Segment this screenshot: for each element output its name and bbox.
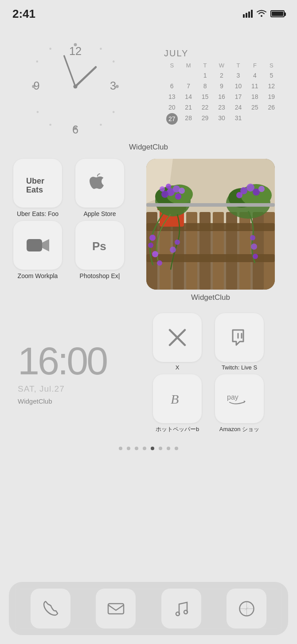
photoshop-icon[interactable]: Ps (75, 221, 124, 270)
page-dot-3[interactable] (135, 447, 138, 450)
svg-line-21 (75, 67, 96, 86)
app-item-amazon-pay[interactable]: pay Amazon ショッ (211, 374, 268, 433)
svg-rect-26 (27, 239, 42, 251)
svg-point-12 (100, 124, 102, 126)
svg-point-71 (253, 254, 258, 259)
app-item-apple-store[interactable]: Apple Store (71, 159, 129, 217)
hotpepper-label: ホットペッパーb (156, 425, 199, 433)
svg-text:9: 9 (34, 79, 40, 92)
zoom-icon[interactable] (13, 221, 62, 270)
svg-text:3: 3 (110, 79, 116, 92)
svg-point-60 (170, 247, 176, 253)
safari-icon (237, 599, 257, 619)
zoom-label: Zoom Workpla (18, 272, 58, 279)
cal-day: 7 (180, 81, 196, 91)
cal-day: 12 (264, 81, 279, 91)
svg-marker-79 (244, 401, 246, 403)
cal-day: 1 (197, 71, 213, 80)
photo-widget-svg (146, 159, 275, 290)
big-date: SAT, Jul.27 (18, 384, 65, 394)
cal-day: 8 (197, 81, 213, 91)
svg-text:Ps: Ps (92, 240, 106, 253)
svg-point-53 (175, 193, 181, 200)
svg-point-81 (176, 612, 180, 616)
svg-text:B: B (171, 392, 179, 406)
cal-day (180, 71, 196, 80)
svg-point-11 (113, 111, 115, 113)
svg-point-9 (100, 48, 102, 50)
app-item-zoom[interactable]: Zoom Workpla (9, 221, 66, 279)
top-widget-club-label: WidgetClub (0, 143, 297, 154)
app-item-twitch[interactable]: Twitch: Live S (211, 313, 268, 371)
top-widgets: 12 3 6 9 JULY S M T W T F S 1 2 (0, 27, 297, 137)
app-item-hotpepper[interactable]: B ホットペッパーb (148, 374, 206, 433)
apple-store-icon[interactable] (75, 159, 124, 208)
svg-rect-1 (246, 13, 247, 18)
uber-eats-label: Uber Eats: Foo (17, 210, 59, 217)
clock-widget: 12 3 6 9 (13, 35, 137, 137)
amazon-pay-icon[interactable]: pay (215, 374, 264, 423)
wifi-icon (256, 10, 267, 18)
app-item-uber-eats[interactable]: Uber Eats Uber Eats: Foo (9, 159, 66, 217)
dock (9, 582, 288, 635)
svg-point-55 (149, 235, 156, 241)
status-time: 2:41 (12, 7, 35, 21)
twitch-icon[interactable] (215, 313, 264, 362)
right-icons-row-top: X Twitch: Live S (148, 313, 288, 371)
page-dot-7[interactable] (167, 447, 170, 450)
page-dot-8[interactable] (175, 447, 178, 450)
twitch-logo (228, 326, 250, 349)
uber-eats-icon[interactable]: Uber Eats (13, 159, 62, 208)
apps-pair-bottom: Zoom Workpla Ps Photoshop Ex| (9, 221, 142, 279)
x-label: X (176, 364, 180, 371)
svg-point-23 (73, 84, 77, 88)
page-dot-4[interactable] (143, 447, 146, 450)
svg-point-59 (175, 240, 180, 245)
music-icon (171, 599, 191, 619)
right-icons-row-bottom: B ホットペッパーb pay Amazon ショッ (148, 374, 288, 433)
battery-icon (270, 10, 285, 17)
cal-day: 19 (264, 92, 279, 102)
uber-eats-logo: Uber Eats (24, 171, 51, 196)
svg-text:pay: pay (227, 393, 238, 401)
page-dot-5-active[interactable] (151, 447, 154, 450)
right-icons: X Twitch: Live S B (148, 313, 288, 433)
photo-widget-container: WidgetClub (146, 159, 275, 302)
svg-rect-2 (248, 12, 250, 18)
dock-music[interactable] (161, 589, 201, 628)
app-item-x[interactable]: X (148, 313, 206, 371)
cal-header-w: W (214, 61, 229, 70)
apps-section: Uber Eats Uber Eats: Foo Apple Store (0, 154, 297, 309)
big-clock-widget: 16:00 SAT, Jul.27 WidgetClub (9, 313, 142, 433)
cal-header-f: F (247, 61, 262, 70)
app-item-photoshop[interactable]: Ps Photoshop Ex| (71, 221, 129, 279)
phone-icon (40, 599, 60, 619)
page-dot-6[interactable] (159, 447, 162, 450)
hotpepper-icon[interactable]: B (153, 374, 202, 423)
hotpepper-logo: B (166, 388, 188, 410)
svg-point-14 (37, 111, 39, 113)
x-logo (166, 326, 188, 349)
dock-phone[interactable] (31, 589, 70, 628)
dock-mail[interactable] (96, 589, 136, 628)
cal-day: 17 (231, 92, 246, 102)
page-dots (0, 447, 297, 450)
cal-day: 22 (197, 102, 213, 112)
svg-point-52 (166, 184, 171, 189)
cal-header-m: M (180, 61, 196, 70)
apple-logo (88, 171, 112, 196)
cal-day: 29 (197, 113, 213, 125)
svg-text:6: 6 (72, 123, 78, 136)
svg-marker-27 (42, 239, 49, 251)
x-icon[interactable] (153, 313, 202, 362)
cal-day: 25 (247, 102, 262, 112)
calendar-month: JULY (164, 48, 279, 59)
apps-left-col: Uber Eats Uber Eats: Foo Apple Store (9, 159, 142, 279)
svg-text:Uber: Uber (26, 177, 44, 185)
page-dot-1[interactable] (119, 447, 122, 450)
page-dot-2[interactable] (127, 447, 130, 450)
apps-row: Uber Eats Uber Eats: Foo Apple Store (9, 159, 288, 302)
calendar-grid: S M T W T F S 1 2 3 4 5 6 7 8 9 10 11 12… (164, 61, 279, 125)
svg-rect-3 (251, 10, 253, 18)
dock-safari[interactable] (227, 589, 266, 628)
